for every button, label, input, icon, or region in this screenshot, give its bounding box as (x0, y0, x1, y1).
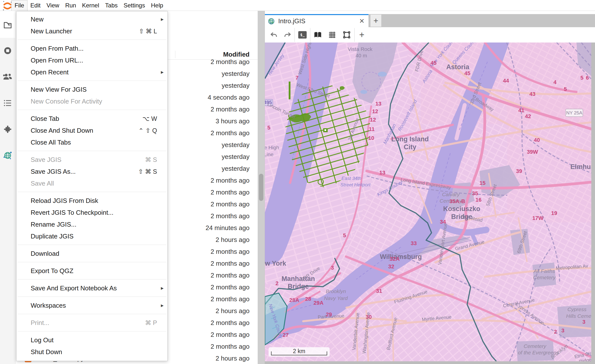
menu-item-export-to-qgz[interactable]: Export To QGZ (17, 265, 167, 277)
map-label: 35 (472, 190, 478, 196)
map-label: 16 (476, 197, 481, 203)
map-label: 35A-B (449, 198, 465, 204)
menu-tabs[interactable]: Tabs (102, 0, 121, 11)
map-label: East 34th (342, 176, 361, 181)
menu-item-new-launcher[interactable]: New Launcher⇧ ⌘ L (17, 25, 167, 37)
select-region-button[interactable] (339, 29, 354, 41)
map-label: 29 (326, 311, 332, 318)
menu-bar: FileEditViewRunKernelTabsSettingsHelp (0, 0, 595, 11)
map-label: Street Heliport (340, 182, 370, 187)
menu-item-label: New Console For Activity (31, 98, 102, 105)
menu-item-download[interactable]: Download (17, 248, 167, 259)
map-label: 5 (564, 86, 567, 92)
menu-item-open-from-url[interactable]: Open From URL... (17, 54, 167, 66)
menu-item-save-all[interactable]: Save All (17, 177, 167, 189)
map-canvas[interactable]: 495 NY 25A AstoriaWilliamsburgElmhurstNe… (265, 43, 591, 361)
scrollbar-thumb[interactable] (259, 174, 263, 201)
menu-item-print[interactable]: Print...⌘ P (17, 317, 167, 329)
menu-item-save-jgis[interactable]: Save JGIS⌘ S (17, 154, 167, 166)
map-label: Brooklyn (326, 288, 346, 294)
file-browser-scrollbar[interactable] (258, 11, 265, 364)
map-label: Kosciuszko (443, 205, 480, 213)
menu-item-shortcut: ⇧ ⌘ L (139, 28, 157, 35)
grid-button[interactable] (325, 29, 339, 41)
menu-divider (17, 277, 167, 282)
route-shield-ny25a: NY 25A (566, 109, 583, 117)
menu-item-new[interactable]: New▸ (17, 13, 167, 25)
redo-button[interactable] (281, 29, 295, 41)
menu-item-save-and-export-notebook-as[interactable]: Save And Export Notebook As▸ (17, 282, 167, 294)
menu-divider (17, 37, 167, 43)
svg-text:$_: $_ (300, 33, 305, 37)
menu-item-close-tab[interactable]: Close Tab⌥ W (17, 113, 167, 125)
menu-view[interactable]: View (44, 0, 62, 11)
map-label: Elmhurst (570, 163, 591, 171)
menu-item-shut-down[interactable]: Shut Down (17, 346, 167, 358)
menu-item-duplicate-jgis[interactable]: Duplicate JGIS (17, 230, 167, 242)
menu-divider (17, 329, 167, 334)
map-label: 13 (379, 170, 385, 176)
new-tab-button[interactable]: + (370, 14, 382, 27)
menu-edit[interactable]: Edit (27, 0, 44, 11)
menu-item-label: Log Out (31, 336, 54, 344)
add-layer-button[interactable]: + (355, 29, 369, 41)
menu-kernel[interactable]: Kernel (79, 0, 102, 11)
menu-item-label: New View For JGIS (31, 86, 87, 93)
file-browser-icon[interactable] (0, 12, 15, 38)
menu-item-label: Save And Export Notebook As (31, 284, 117, 292)
menu-item-label: Save JGIS As... (31, 168, 76, 175)
menu-help[interactable]: Help (148, 0, 166, 11)
svg-text:NY 25A: NY 25A (566, 110, 582, 115)
running-kernels-icon[interactable] (0, 38, 15, 64)
extension-manager-icon[interactable] (0, 116, 15, 142)
map-label: 7 (296, 75, 298, 81)
tab-intro-jgis[interactable]: Intro.jGIS ✕ (265, 14, 368, 27)
map-label: City (404, 143, 416, 151)
menu-item-shortcut: ⇧ ⌘ S (138, 168, 157, 175)
map-label: 17W (532, 215, 543, 221)
map-label: 3 (331, 265, 334, 271)
menu-item-rename-jgis[interactable]: Rename JGIS... (17, 218, 167, 230)
tab-close-icon[interactable]: ✕ (359, 17, 365, 25)
menu-item-label: Save All (31, 180, 54, 187)
map-label: 3 (582, 319, 585, 325)
menu-item-new-view-for-jgis[interactable]: New View For JGIS (17, 84, 167, 95)
jupytergis-globe-icon[interactable] (0, 143, 15, 168)
menu-item-shortcut: ⌥ W (142, 115, 157, 122)
menu-item-label: Close And Shut Down (31, 127, 93, 134)
map-svg[interactable]: 495 NY 25A AstoriaWilliamsburgElmhurstNe… (265, 43, 591, 361)
menu-divider (17, 78, 167, 84)
menu-divider (17, 294, 167, 300)
menu-item-reload-jgis-from-disk[interactable]: Reload JGIS From Disk (17, 195, 167, 207)
menu-run[interactable]: Run (62, 0, 79, 11)
identify-book-button[interactable] (310, 29, 325, 41)
menu-file[interactable]: File (11, 0, 27, 11)
menu-item-save-jgis-as[interactable]: Save JGIS As...⇧ ⌘ S (17, 166, 167, 177)
menu-divider (17, 148, 167, 154)
menu-item-label: Save JGIS (31, 156, 61, 164)
map-label: 2 (554, 329, 557, 335)
undo-button[interactable] (267, 29, 281, 41)
submenu-arrow-icon: ▸ (157, 69, 167, 75)
menu-item-open-from-path[interactable]: Open From Path... (17, 43, 167, 54)
table-of-contents-icon[interactable] (0, 90, 15, 116)
menu-divider (17, 311, 167, 317)
map-label: Vista Rock (348, 46, 372, 52)
map-label: 6 (586, 75, 589, 81)
menu-settings[interactable]: Settings (121, 0, 148, 11)
menu-item-open-recent[interactable]: Open Recent▸ (17, 66, 167, 78)
terminal-button[interactable]: $_ (295, 29, 310, 41)
menu-item-revert-jgis-to-checkpoint[interactable]: Revert JGIS To Checkpoint... (17, 207, 167, 218)
map-label: Hills Cemet (566, 313, 591, 319)
map-label: 29A (314, 300, 323, 306)
menu-item-close-all-tabs[interactable]: Close All Tabs (17, 136, 167, 148)
menu-item-close-and-shut-down[interactable]: Close And Shut Down⌃ ⇧ Q (17, 125, 167, 136)
menu-item-new-console-for-activity[interactable]: New Console For Activity (17, 95, 167, 107)
collaboration-users-icon[interactable] (0, 64, 15, 90)
map-label: 45 (431, 60, 436, 66)
menu-item-log-out[interactable]: Log Out (17, 334, 167, 346)
menu-item-workspaces[interactable]: Workspaces▸ (17, 300, 167, 311)
map-label: 4 (553, 79, 557, 85)
map-label: Astoria (446, 63, 469, 71)
menu-item-label: Download (31, 250, 59, 257)
